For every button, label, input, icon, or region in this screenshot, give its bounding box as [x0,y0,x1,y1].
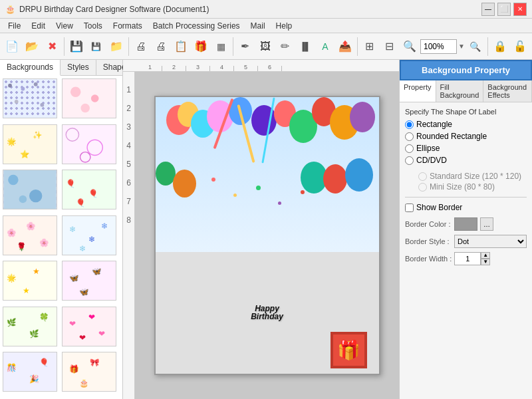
tb-zoom-out[interactable]: 🔍 [466,37,485,57]
prop-tab-property[interactable]: Property [400,80,436,102]
svg-text:❄: ❄ [79,244,86,253]
cd-opt-mini[interactable]: Mini Size (80 * 80) [418,182,527,192]
close-button[interactable]: ✕ [513,3,527,16]
bg-thumb-6[interactable]: 🎈 🎈 🎈 [62,170,116,209]
zoom-box: ▼ [420,39,465,54]
svg-point-0 [8,84,12,88]
border-color-picker-btn[interactable]: … [480,217,493,231]
tb-print[interactable]: 🖨 [132,37,150,57]
tb-gift[interactable]: 🎁 [192,37,210,57]
bg-thumb-13[interactable]: 🎊 🎉 🎈 [3,352,57,392]
svg-text:✨: ✨ [33,130,43,140]
menu-tools[interactable]: Tools [78,20,108,32]
svg-text:★: ★ [33,267,40,276]
show-border-row[interactable]: Show Border [405,203,527,212]
svg-point-1 [21,87,25,91]
tb-save[interactable]: 💾 [67,37,86,57]
bg-thumb-1[interactable] [3,78,57,118]
bg-thumb-10[interactable]: 🦋 🦋 🦋 [62,261,116,301]
menu-view[interactable]: View [51,20,78,32]
bg-thumb-9[interactable]: 🌟 ★ ★ [3,261,57,301]
tb-print2[interactable]: 🖨 [152,37,170,57]
tb-open[interactable]: 📂 [23,37,41,57]
show-border-label: Show Border [416,203,462,212]
tb-grid[interactable]: ⊞ [360,37,379,57]
svg-point-13 [80,152,90,162]
spin-down[interactable]: ▼ [481,259,490,265]
tb-zoom-in-btn[interactable]: 🔍 [400,37,419,57]
app-icon: 🎂 [5,5,15,14]
border-color-swatch[interactable] [454,217,477,231]
spin-up[interactable]: ▲ [481,252,490,259]
radio-cddvd[interactable]: CD/DVD [405,156,527,165]
tb-grid2[interactable]: ⊟ [380,37,399,57]
ruler-horizontal: 1 2 3 4 5 6 [123,60,399,72]
bg-thumb-7[interactable]: 🌸 🌸 🌸 🌹 [3,215,57,255]
title-bar: 🎂 DRPU Birthday Card Designer Software (… [0,0,532,19]
bg-thumb-11[interactable]: 🌿 🌿 🍀 [3,307,57,346]
bg-thumb-14[interactable]: 🎁 🎀 🎂 [62,352,116,392]
border-style-label: Border Style : [405,237,452,245]
spinner-buttons: ▲ ▼ [481,252,490,265]
menu-bar: File Edit View Tools Formats Batch Proce… [0,19,532,33]
canvas[interactable]: Happy Birthday 🎁 [135,72,399,399]
property-tabs: Property Fill Background Background Effe… [400,80,532,102]
tb-folder[interactable]: 📁 [107,37,126,57]
right-panel: Background Property Property Fill Backgr… [399,60,532,399]
tb-export[interactable]: 📤 [336,37,354,57]
zoom-input[interactable] [420,39,457,54]
bg-thumb-3[interactable]: 🌟 ✨ ⭐ [3,124,57,164]
ruler-vertical: 12345678 [123,72,135,399]
minimize-button[interactable]: — [481,3,495,16]
cd-opt-standard[interactable]: Standard Size (120 * 120) [418,172,527,181]
bg-thumb-5[interactable] [3,170,57,209]
maximize-button[interactable]: ⬜ [497,3,511,16]
bg-thumb-2[interactable] [62,78,116,118]
svg-point-17 [19,196,27,203]
show-border-checkbox[interactable] [405,203,414,212]
svg-point-16 [29,190,42,202]
divider-1 [405,197,527,198]
tb-draw[interactable]: ✏ [276,37,295,57]
svg-text:⭐: ⭐ [20,150,30,159]
tb-copy[interactable]: 📋 [172,37,190,57]
tab-styles[interactable]: Styles [61,60,96,75]
menu-edit[interactable]: Edit [26,20,51,32]
menu-formats[interactable]: Formats [108,20,148,32]
tb-text[interactable]: A [316,37,334,57]
svg-text:🌹: 🌹 [17,242,27,251]
canvas-area: 1 2 3 4 5 6 12345678 [123,60,399,399]
radio-ellipse[interactable]: Ellipse [405,144,527,153]
menu-file[interactable]: File [3,20,26,32]
svg-text:🎀: 🎀 [90,358,100,368]
bg-thumb-12[interactable]: ❤ ❤ ❤ ❤ [62,307,116,346]
radio-rounded-rect[interactable]: Rounded Rectangle [405,132,527,141]
tb-new[interactable]: 📄 [3,37,21,57]
svg-text:❤: ❤ [79,333,86,342]
tb-image[interactable]: 🖼 [256,37,275,57]
svg-point-6 [91,94,99,102]
svg-text:🌸: 🌸 [7,228,17,237]
svg-text:🎊: 🎊 [7,363,17,372]
tb-barcode[interactable]: ▐▌ [296,37,315,57]
tb-save2[interactable]: 💾 [87,37,106,57]
svg-text:❄: ❄ [101,221,108,230]
tb-lock[interactable]: 🔒 [491,37,509,57]
tb-delete[interactable]: ✖ [43,37,61,57]
radio-rectangle[interactable]: Rectangle [405,120,527,129]
bg-thumb-8[interactable]: ❄ ❄ ❄ ❄ [62,215,116,255]
tb-pen[interactable]: ✒ [236,37,255,57]
border-width-row: Border Width : ▲ ▼ [405,252,527,265]
menu-mail[interactable]: Mail [245,20,271,32]
svg-text:🌟: 🌟 [7,137,17,146]
tb-lock2[interactable]: 🔓 [511,37,529,57]
tb-scan[interactable]: ▦ [211,37,230,57]
prop-tab-effects[interactable]: Background Effects [483,80,532,102]
border-style-select[interactable]: Dot Solid Dash DashDot [454,235,527,248]
bg-thumb-4[interactable] [62,124,116,164]
menu-batch[interactable]: Batch Processing Series [148,20,245,32]
border-width-input[interactable] [454,252,481,265]
tab-backgrounds[interactable]: Backgrounds [0,60,61,76]
menu-help[interactable]: Help [271,20,298,32]
prop-tab-fill[interactable]: Fill Background [436,80,484,102]
